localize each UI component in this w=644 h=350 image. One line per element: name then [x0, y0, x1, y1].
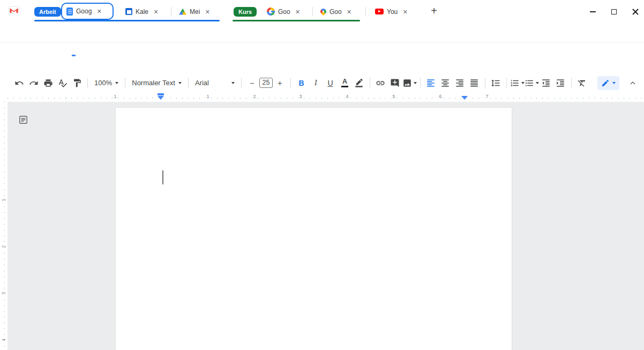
- new-tab-button[interactable]: +: [428, 5, 440, 18]
- tab-title: You: [387, 8, 398, 16]
- align-center-button[interactable]: [438, 76, 453, 90]
- toolbar-separator: [125, 78, 125, 88]
- tab-close-icon[interactable]: ×: [401, 8, 409, 16]
- clear-formatting-button[interactable]: [575, 76, 589, 90]
- docs-header: Unbenanntes Dokument Datei Bearbeiten An…: [0, 43, 644, 73]
- ruler-number: 3: [298, 94, 303, 99]
- youtube-icon: [375, 9, 384, 14]
- font-value: Arial: [195, 79, 209, 87]
- font-size-decrease-button[interactable]: −: [245, 76, 259, 90]
- align-right-button[interactable]: [453, 76, 467, 90]
- tab-close-icon[interactable]: ×: [294, 8, 302, 16]
- text-color-glyph: A: [342, 78, 347, 85]
- formatting-toolbar: 100% Normaler Text Arial − 25 + B I U A: [0, 73, 644, 92]
- ruler-number: 5: [391, 94, 396, 99]
- document-outline-button[interactable]: [17, 114, 29, 125]
- italic-button[interactable]: I: [309, 76, 323, 90]
- tab-close-icon[interactable]: ×: [345, 8, 354, 16]
- zoom-select[interactable]: 100%: [91, 76, 122, 90]
- maximize-icon: [611, 9, 617, 14]
- document-canvas: [8, 102, 644, 350]
- chevron-down-icon: [414, 82, 417, 84]
- ruler-number: 1: [113, 94, 117, 99]
- left-indent-marker[interactable]: [158, 96, 164, 100]
- font-select[interactable]: Arial: [192, 76, 238, 90]
- chevron-down-icon: [231, 82, 235, 84]
- insert-comment-button[interactable]: [388, 76, 402, 90]
- text-cursor: [162, 170, 163, 184]
- underline-button[interactable]: U: [323, 76, 338, 90]
- tab-google-calendar[interactable]: Kale ×: [121, 4, 168, 19]
- tab-separator: [171, 7, 171, 16]
- ruler-number: 1: [205, 94, 210, 99]
- drive-icon: [179, 9, 186, 15]
- toolbar-separator: [485, 78, 485, 88]
- ruler-number: 1: [1, 196, 6, 204]
- chevron-down-icon: [612, 82, 616, 84]
- pinned-tab-gmail[interactable]: [8, 5, 20, 17]
- pencil-icon: [601, 79, 610, 87]
- tab-title: Mei: [190, 8, 200, 16]
- window-minimize-button[interactable]: [587, 6, 598, 17]
- tab-title: Goo: [330, 8, 342, 16]
- first-line-indent-marker[interactable]: [158, 93, 164, 95]
- browser-navbar: ⋮: [0, 23, 644, 43]
- tab-title: Kale: [136, 8, 148, 16]
- redo-button[interactable]: [26, 76, 41, 90]
- toolbar-separator: [571, 78, 572, 88]
- ruler-number: 7: [484, 94, 489, 99]
- tab-youtube[interactable]: You ×: [371, 4, 416, 19]
- vertical-ruler[interactable]: 1 2 3 4: [0, 102, 8, 350]
- docs-icon: [66, 8, 73, 16]
- gmail-icon: [9, 6, 19, 17]
- tab-group-underline-arbeit: [34, 20, 220, 21]
- decrease-indent-button[interactable]: [539, 76, 553, 90]
- print-button[interactable]: [41, 76, 55, 90]
- paint-format-button[interactable]: [70, 76, 84, 90]
- spellcheck-button[interactable]: [55, 76, 70, 90]
- tab-group-label-arbeit[interactable]: Arbeit: [34, 7, 61, 17]
- collapse-toolbar-button[interactable]: [626, 76, 640, 90]
- increase-indent-button[interactable]: [553, 76, 568, 90]
- calendar-icon: [125, 8, 132, 15]
- toolbar-separator: [290, 78, 291, 88]
- tab-close-icon[interactable]: ×: [203, 8, 212, 16]
- toolbar-separator: [241, 78, 242, 88]
- close-icon: [632, 9, 639, 15]
- browser-tab-strip: Arbeit Goog × Kale × Mei × Kurs Goo × Go…: [0, 0, 644, 23]
- tab-close-icon[interactable]: ×: [152, 8, 160, 16]
- tab-google-maps[interactable]: Goo ×: [316, 4, 360, 19]
- numbered-list-button[interactable]: [510, 76, 525, 90]
- text-color-button[interactable]: A: [338, 76, 352, 90]
- window-maximize-button[interactable]: [609, 6, 619, 17]
- bulleted-list-button[interactable]: [525, 76, 539, 90]
- font-size-increase-button[interactable]: +: [273, 76, 287, 90]
- tab-google-app[interactable]: Goo ×: [263, 4, 309, 19]
- horizontal-ruler[interactable]: 1 1 2 3 4 5 6 7: [8, 92, 644, 102]
- tab-close-icon[interactable]: ×: [95, 7, 103, 16]
- undo-button[interactable]: [12, 76, 26, 90]
- right-indent-marker[interactable]: [461, 96, 468, 100]
- toolbar-separator: [420, 78, 421, 88]
- align-justify-button[interactable]: [467, 76, 482, 90]
- paragraph-style-select[interactable]: Normaler Text: [129, 76, 185, 90]
- toolbar-separator: [370, 78, 370, 88]
- document-page[interactable]: [115, 107, 512, 350]
- line-spacing-button[interactable]: [489, 76, 503, 90]
- chevron-down-icon: [178, 82, 182, 84]
- minimize-icon: [590, 11, 596, 12]
- insert-link-button[interactable]: [373, 76, 388, 90]
- align-left-button[interactable]: [424, 76, 438, 90]
- ruler-number: 4: [345, 94, 349, 99]
- ruler-number: 6: [438, 94, 443, 99]
- highlight-color-button[interactable]: [352, 76, 366, 90]
- tab-group-label-kurs[interactable]: Kurs: [234, 7, 257, 17]
- maps-icon: [319, 8, 328, 16]
- bold-button[interactable]: B: [294, 76, 309, 90]
- font-size-input[interactable]: 25: [259, 78, 273, 88]
- editing-mode-select[interactable]: [597, 76, 619, 90]
- insert-image-button[interactable]: [402, 76, 417, 90]
- window-close-button[interactable]: [630, 6, 641, 17]
- tab-google-docs[interactable]: Goog ×: [61, 3, 114, 20]
- tab-google-drive[interactable]: Mei ×: [175, 4, 220, 19]
